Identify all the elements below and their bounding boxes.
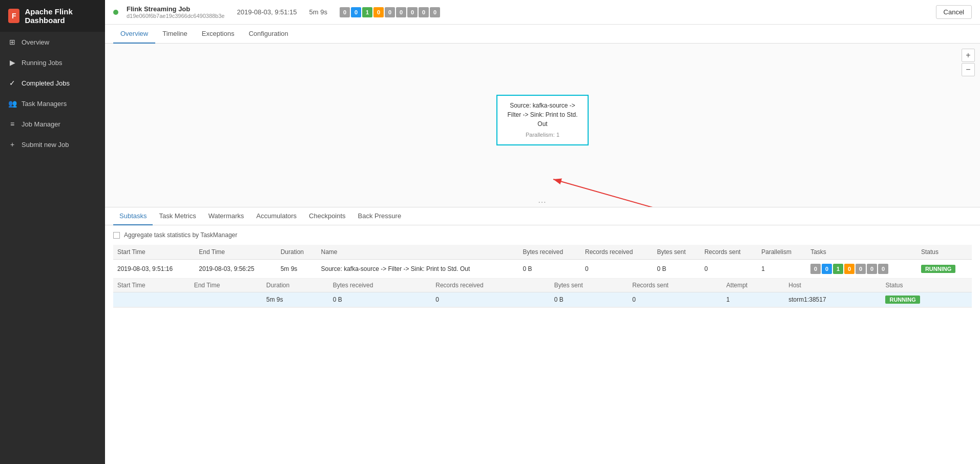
subtab-subtasks[interactable]: Subtasks <box>113 207 153 225</box>
subtask-tab-nav: Subtasks Task Metrics Watermarks Accumul… <box>105 207 980 225</box>
bottom-panel: Subtasks Task Metrics Watermarks Accumul… <box>105 207 980 464</box>
status-badge: 1 <box>362 7 372 17</box>
job-timestamp: 2019-08-03, 9:51:15 <box>237 8 297 16</box>
aggregate-label: Aggregate task statistics by TaskManager <box>124 231 237 239</box>
inner-cell: 1 <box>722 292 784 307</box>
th-duration: Duration <box>277 245 317 260</box>
sidebar-item-label: Submit new Job <box>22 141 69 149</box>
completed-icon: ✓ <box>8 79 16 87</box>
sidebar: F Apache Flink Dashboard ⊞ Overview ▶ Ru… <box>0 0 105 464</box>
sidebar-item-running-jobs[interactable]: ▶ Running Jobs <box>0 52 105 73</box>
status-badge: 0 <box>419 7 429 17</box>
th-bytes-sent: Bytes sent <box>653 245 700 260</box>
tab-exceptions[interactable]: Exceptions <box>195 25 242 44</box>
inner-status-cell: RUNNING <box>881 292 972 307</box>
subtab-back-pressure[interactable]: Back Pressure <box>352 207 408 225</box>
th-end-time: End Time <box>195 245 276 260</box>
inner-subtask-table: Start TimeEnd TimeDurationBytes received… <box>113 279 972 307</box>
inner-running-badge: RUNNING <box>885 296 920 304</box>
status-badge: 0 <box>351 7 361 17</box>
sidebar-item-submit-job[interactable]: + Submit new Job <box>0 134 105 155</box>
sidebar-item-label: Completed Jobs <box>22 79 70 87</box>
tab-configuration[interactable]: Configuration <box>241 25 295 44</box>
subtab-checkpoints[interactable]: Checkpoints <box>303 207 352 225</box>
status-badge: 0 <box>385 7 395 17</box>
status-cell: RUNNING <box>917 260 972 279</box>
zoom-in-button[interactable]: + <box>962 49 975 62</box>
job-name: Flink Streaming Job <box>127 5 224 13</box>
submit-icon: + <box>8 140 16 149</box>
app-logo: F Apache Flink Dashboard <box>0 0 105 32</box>
inner-cell: 0 <box>431 292 550 307</box>
job-info: Flink Streaming Job d19e060f6b7ae19c3966… <box>127 5 224 19</box>
inner-cell: storm1:38517 <box>784 292 881 307</box>
th-tasks: Tasks <box>806 245 917 260</box>
resize-handle[interactable]: ⋯ <box>538 197 547 207</box>
table-row[interactable]: 2019-08-03, 9:51:162019-08-03, 9:56:255m… <box>113 260 972 279</box>
cell-4: 0 B <box>518 260 581 279</box>
sidebar-item-job-manager[interactable]: ≡ Job Manager <box>0 114 105 134</box>
node-parallelism: Parallelism: 1 <box>505 131 580 139</box>
subtab-watermarks[interactable]: Watermarks <box>202 207 251 225</box>
th-bytes-received: Bytes received <box>518 245 581 260</box>
tab-overview[interactable]: Overview <box>113 25 155 44</box>
th-start-time: Start Time <box>113 245 195 260</box>
job-status-dot <box>113 10 118 15</box>
task-badge: 0 <box>844 264 854 274</box>
th-records-sent: Records sent <box>700 245 757 260</box>
top-tab-nav: Overview Timeline Exceptions Configurati… <box>105 25 980 44</box>
sidebar-item-label: Running Jobs <box>22 59 62 67</box>
aggregate-row: Aggregate task statistics by TaskManager <box>113 231 972 239</box>
subtab-accumulators[interactable]: Accumulators <box>250 207 303 225</box>
running-badge: RUNNING <box>921 265 955 273</box>
table-area: Aggregate task statistics by TaskManager… <box>105 225 980 314</box>
inner-th: Attempt <box>722 279 784 292</box>
inner-cell: 5m 9s <box>262 292 329 307</box>
inner-cell: 0 B <box>550 292 628 307</box>
inner-th: Start Time <box>113 279 190 292</box>
cancel-button[interactable]: Cancel <box>936 5 972 19</box>
node-label: Source: kafka-source -> Filter -> Sink: … <box>505 101 580 129</box>
inner-th: Bytes sent <box>550 279 628 292</box>
inner-th: Records received <box>431 279 550 292</box>
main-subtasks-table: Start Time End Time Duration Name Bytes … <box>113 245 972 308</box>
status-badge: 0 <box>407 7 418 17</box>
cell-2: 5m 9s <box>277 260 317 279</box>
th-parallelism: Parallelism <box>757 245 806 260</box>
cell-8: 1 <box>757 260 806 279</box>
task-badge: 0 <box>878 264 888 274</box>
inner-th: Bytes received <box>329 279 431 292</box>
inner-cell: 0 B <box>329 292 431 307</box>
status-badge: 0 <box>396 7 406 17</box>
sidebar-item-overview[interactable]: ⊞ Overview <box>0 32 105 52</box>
sidebar-item-label: Job Manager <box>22 120 60 128</box>
task-badge: 0 <box>822 264 832 274</box>
subtab-task-metrics[interactable]: Task Metrics <box>153 207 202 225</box>
job-node-box[interactable]: Source: kafka-source -> Filter -> Sink: … <box>496 95 589 145</box>
sidebar-item-task-managers[interactable]: 👥 Task Managers <box>0 93 105 114</box>
task-badge: 0 <box>810 264 821 274</box>
main-content: Flink Streaming Job d19e060f6b7ae19c3966… <box>105 0 980 464</box>
zoom-out-button[interactable]: − <box>962 63 975 76</box>
cell-0: 2019-08-03, 9:51:16 <box>113 260 195 279</box>
sidebar-item-label: Overview <box>22 38 49 46</box>
status-badge: 0 <box>340 7 350 17</box>
status-badge: 0 <box>373 7 384 17</box>
tasks-cell: 0010000 <box>806 260 917 279</box>
inner-th: End Time <box>190 279 262 292</box>
managers-icon: 👥 <box>8 99 16 108</box>
inner-th: Records sent <box>628 279 722 292</box>
overview-icon: ⊞ <box>8 38 16 46</box>
job-manager-icon: ≡ <box>8 120 16 128</box>
th-status: Status <box>917 245 972 260</box>
tab-timeline[interactable]: Timeline <box>155 25 195 44</box>
graph-controls: + − <box>962 49 975 76</box>
task-badge: 0 <box>856 264 866 274</box>
inner-cell <box>113 292 190 307</box>
sidebar-item-completed-jobs[interactable]: ✓ Completed Jobs <box>0 73 105 93</box>
task-badge: 0 <box>867 264 877 274</box>
inner-th: Status <box>881 279 972 292</box>
job-id: d19e060f6b7ae19c3966dc6490388b3e <box>127 13 224 19</box>
aggregate-checkbox[interactable] <box>113 232 120 239</box>
sidebar-item-label: Task Managers <box>22 100 67 108</box>
